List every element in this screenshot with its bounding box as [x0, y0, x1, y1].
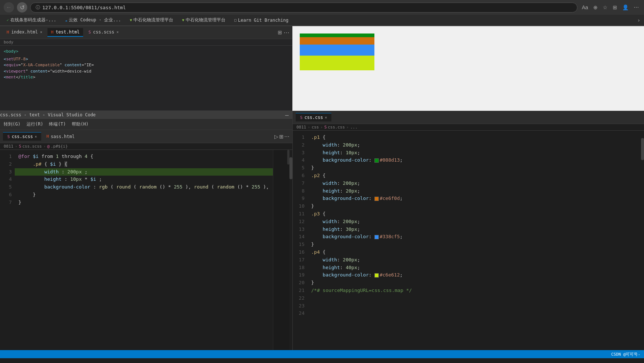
tab-index-html-close[interactable]: ×: [40, 30, 42, 34]
translate-button[interactable]: ⊕: [592, 3, 599, 12]
rln-1: 1: [297, 134, 305, 141]
brace-p2: {: [323, 173, 325, 178]
code-line-7: }: [15, 199, 273, 207]
indent-3: [18, 169, 42, 175]
rln-12: 12: [297, 218, 305, 226]
bookmark-label-1: 在线条形码生成器-...: [10, 17, 56, 23]
semicolon-1: ;: [85, 169, 88, 175]
breadcrumb-selector: @ .p#${i}: [47, 144, 68, 149]
bookmark-item-4[interactable]: ▼ 中石化物流管理平台: [179, 16, 228, 24]
v11: 40px: [346, 265, 357, 270]
bookmark-item-5[interactable]: □ Learn Git Branching: [231, 17, 291, 24]
top-editor-tabs: H index.html × H test.html S css.scss ×: [0, 26, 292, 39]
paren-4: ),: [263, 184, 269, 190]
ind-20: [311, 257, 323, 262]
bookmark-item-2[interactable]: ☁ 云效 Codeup · 企业...: [62, 16, 124, 24]
right-scrollbar[interactable]: [641, 131, 644, 350]
profile-button[interactable]: 👤: [621, 3, 630, 12]
reader-mode-button[interactable]: Aa: [580, 3, 590, 12]
more-button[interactable]: ⋯: [632, 3, 640, 12]
line-num-4: 4: [4, 176, 12, 183]
tab-css-css[interactable]: S css.css ×: [296, 113, 331, 121]
rcl-20: width: 200px;: [307, 256, 641, 264]
cb-3: }: [311, 242, 314, 247]
prop-h3: height: [323, 226, 340, 232]
tab-css-scss-bottom[interactable]: S css.scss ×: [3, 132, 41, 141]
html-code-preview: <body> <setUTF-8> <equiv="X-UA-Compatibl…: [0, 46, 292, 84]
right-scrollbar-thumb[interactable]: [641, 138, 644, 160]
address-bar[interactable]: ⓘ 127.0.0.1:5500/0811/sass.html: [30, 3, 577, 13]
more-menu-button[interactable]: ⋯: [284, 134, 289, 140]
scss-icon: S: [88, 30, 91, 35]
code-line-6: }: [15, 191, 273, 199]
right-sep-2: ›: [320, 125, 323, 130]
code-line-2: <setUTF-8>: [4, 56, 289, 63]
breadcrumb-body: body: [4, 40, 14, 45]
paren-1: (: [134, 184, 136, 190]
tab-test-html[interactable]: H test.html: [47, 28, 83, 37]
left-scrollbar[interactable]: [289, 150, 292, 350]
rln-20: 20: [297, 279, 305, 287]
bookmark-item-3[interactable]: ▼ 中石化物流管理平台: [127, 16, 176, 24]
bookmark-item-1[interactable]: ✓ 在线条形码生成器-...: [4, 16, 59, 24]
back-button[interactable]: ←: [4, 2, 14, 13]
collections-button[interactable]: ⊞: [611, 3, 619, 12]
run-button[interactable]: ▷: [274, 134, 278, 140]
val-color-1: #088d13: [380, 157, 400, 163]
fn-random-1: random: [139, 184, 157, 190]
split-editor-button[interactable]: ⊞: [278, 29, 282, 35]
minimap-thumb: [287, 150, 289, 165]
sel-p4: .p4: [311, 249, 320, 255]
val-color-3: #338cf5: [380, 234, 400, 239]
more-options-button[interactable]: ⋯: [284, 29, 289, 36]
right-breadcrumb-0811: 0811: [296, 125, 306, 130]
menu-goto[interactable]: 转到(G): [4, 121, 21, 127]
paren-3: (: [211, 184, 214, 190]
tab-css-scss-top-close[interactable]: ×: [117, 30, 119, 34]
rln-23: 23: [297, 302, 305, 310]
prop-bg4: background-color: [323, 272, 369, 278]
left-line-numbers: 1 2 3 4 5 6 7: [0, 150, 15, 350]
tab-sass-html[interactable]: H sass.html: [42, 133, 79, 141]
sel-p3: .p3: [311, 211, 320, 216]
paren-open: (: [110, 184, 113, 190]
prop-width: width: [44, 169, 58, 175]
left-scrollbar-thumb[interactable]: [289, 157, 292, 179]
menu-run[interactable]: 运行(R): [26, 121, 43, 127]
ind-14: [311, 219, 323, 224]
rln-3: 3: [297, 149, 305, 157]
swatch-2: [374, 197, 379, 201]
menu-help[interactable]: 帮助(H): [72, 121, 89, 127]
bookmark-icon-3: ▼: [130, 18, 132, 22]
bookmarks-more-button[interactable]: ›: [637, 17, 640, 23]
favorites-button[interactable]: ☆: [601, 3, 609, 12]
rln-21: 21: [297, 287, 305, 295]
tab-index-html[interactable]: H index.html ×: [3, 28, 46, 37]
rln-7: 7: [297, 180, 305, 187]
rcl-3: height: 10px;: [307, 149, 641, 157]
rcl-17: }: [307, 241, 641, 249]
bookmark-icon-4: ▼: [182, 18, 184, 22]
val-color-2: #ce6f0d: [380, 195, 400, 201]
prop-w3: width: [323, 219, 337, 224]
refresh-button[interactable]: ↺: [17, 2, 27, 13]
line-num-1: 1: [4, 153, 12, 161]
bottom-editor-tabs: S css.scss × H sass.html ▷ ⊞ ⋯: [0, 130, 292, 143]
breadcrumb-selector-label: .p#${i}: [51, 144, 68, 149]
menu-terminal[interactable]: 终端(T): [49, 121, 66, 127]
left-code-area: 1 2 3 4 5 6 7 @for $i from: [0, 150, 292, 350]
top-html-editor: H index.html × H test.html S css.scss ×: [0, 26, 292, 111]
css-scss-tab-close[interactable]: ×: [35, 135, 37, 139]
css-css-tab-close[interactable]: ×: [325, 116, 327, 120]
vscode-titlebar: css.scss - text - Visual Studio Code —: [0, 111, 292, 119]
lock-icon: ⓘ: [36, 4, 40, 11]
breadcrumb-css-scss-label: css.scss: [22, 144, 42, 149]
s8: ;: [357, 226, 360, 232]
tab-css-scss-top[interactable]: S css.scss ×: [85, 28, 122, 37]
minimize-button[interactable]: —: [285, 112, 292, 119]
minimap: [273, 150, 289, 350]
status-right: CSDN @可可号-: [611, 352, 640, 357]
rcl-15: height: 30px;: [307, 226, 641, 233]
split-view-button[interactable]: ⊞: [279, 134, 284, 140]
rcl-9: height: 20px;: [307, 187, 641, 195]
